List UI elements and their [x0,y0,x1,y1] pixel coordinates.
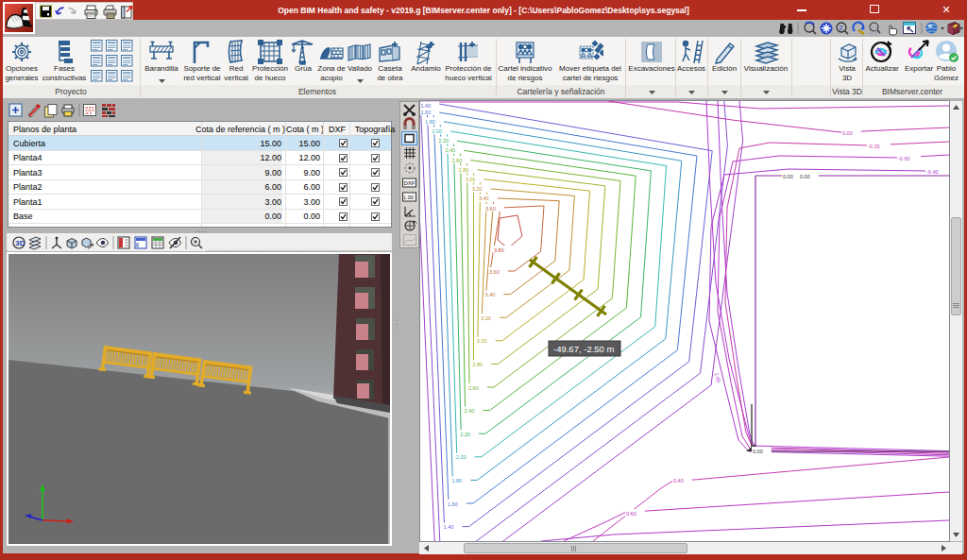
svg-text:2.80: 2.80 [472,362,483,367]
svg-text:-49.67, -2.50 m: -49.67, -2.50 m [553,344,615,354]
svg-text:2.20: 2.20 [460,432,470,437]
svg-text:3.40: 3.40 [479,195,489,201]
svg-text:0.00: 0.00 [800,174,810,179]
svg-text:1.00: 1.00 [403,195,414,200]
svg-text:1.60: 1.60 [421,110,432,115]
svg-text:3.60: 3.60 [489,269,500,275]
svg-text:0.00: 0.00 [753,449,763,454]
svg-text:-0.60: -0.60 [898,156,910,161]
svg-text:0.60: 0.60 [626,511,636,517]
svg-text:2.00: 2.00 [456,454,467,460]
svg-text:2.60: 2.60 [452,158,463,163]
svg-text:3.20: 3.20 [481,315,491,321]
svg-text:1.40: 1.40 [444,524,454,530]
svg-text:1.80: 1.80 [425,119,435,125]
svg-text:3.20: 3.20 [472,186,483,192]
svg-text:-0.40: -0.40 [926,169,939,175]
svg-text:1.60: 1.60 [448,501,458,507]
svg-text:3.80: 3.80 [494,247,504,253]
svg-text:3.40: 3.40 [485,292,496,297]
svg-text:3D: 3D [15,239,25,247]
svg-text:0.00: 0.00 [842,130,853,136]
svg-text:0.40: 0.40 [673,478,684,484]
svg-text:3.00: 3.00 [466,177,476,182]
svg-text:2.60: 2.60 [468,385,479,391]
svg-text:3.60: 3.60 [485,206,496,212]
svg-text:0.00: 0.00 [783,174,793,179]
svg-text:2.40: 2.40 [465,408,475,414]
svg-text:2.40: 2.40 [445,147,455,153]
svg-text:2: 2 [839,25,842,31]
svg-text:2.00: 2.00 [432,128,442,134]
svg-text:2.80: 2.80 [459,167,469,173]
svg-text:3.00: 3.00 [477,338,487,344]
svg-text:1.80: 1.80 [451,478,462,484]
svg-text:1.40: 1.40 [421,103,432,109]
svg-text:2.20: 2.20 [438,138,449,144]
svg-text:DXF: DXF [404,180,416,186]
svg-text:-0.20: -0.20 [868,144,880,149]
